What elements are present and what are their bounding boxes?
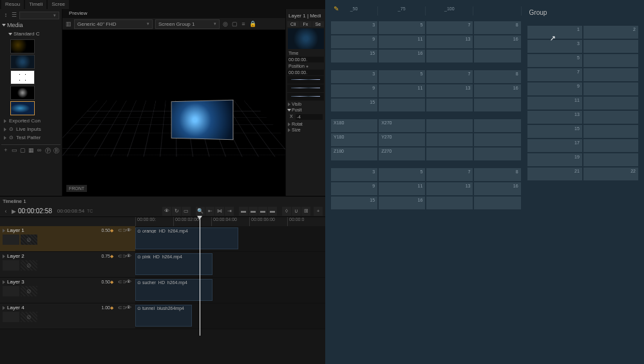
list-icon[interactable]: ≡ xyxy=(240,21,247,27)
layer-thumb[interactable] xyxy=(3,260,19,271)
grid-cell[interactable]: 16 xyxy=(473,182,521,196)
folder-live[interactable]: ⊙Live Inputs xyxy=(1,125,61,133)
layer-track[interactable]: ⊙ sucher_HD_h264.mp4 xyxy=(135,278,325,303)
eye-icon[interactable]: 👁 xyxy=(126,305,133,311)
grid-cell[interactable] xyxy=(378,98,426,112)
group-cell[interactable] xyxy=(583,82,639,96)
grid-cell[interactable] xyxy=(473,49,521,63)
chevron-left-icon[interactable]: ‹ xyxy=(3,208,9,215)
zoom-icon[interactable]: 🔍 xyxy=(196,207,205,216)
p-icon[interactable]: Ⓟ xyxy=(44,147,51,153)
marker1-icon[interactable]: ▬ xyxy=(239,207,248,216)
group-cell[interactable] xyxy=(583,68,639,82)
group-cell[interactable]: 13 xyxy=(527,110,583,124)
sect-rotation[interactable]: Rotat xyxy=(287,121,324,127)
grid-cell[interactable] xyxy=(473,98,521,112)
grid-cell[interactable] xyxy=(426,147,473,161)
layer-opacity[interactable]: 0.50◆ xyxy=(101,280,113,285)
box-icon[interactable]: ▢ xyxy=(231,21,238,27)
grid-cell[interactable]: 3 xyxy=(330,168,378,182)
grid-cell[interactable]: 13 xyxy=(426,35,473,49)
add-layer-icon[interactable]: + xyxy=(314,207,323,216)
layer-thumb[interactable] xyxy=(3,235,19,245)
grid-cell[interactable] xyxy=(426,98,473,112)
screengroup-dropdown[interactable]: Screen Group 1▾ xyxy=(155,19,220,29)
grid-cell[interactable] xyxy=(473,196,521,210)
lock-icon[interactable]: ▭ xyxy=(182,207,191,216)
clip[interactable]: ⊙ tunnel_blush264mp4 xyxy=(135,305,192,327)
x-value[interactable]: -4 xyxy=(296,114,323,120)
grid-cell[interactable] xyxy=(473,119,521,133)
screens-icon[interactable]: ▥ xyxy=(65,21,71,27)
group-cell[interactable]: 2 xyxy=(583,25,639,39)
link-icon[interactable]: ∞ xyxy=(36,147,43,153)
play-icon[interactable]: ▶ xyxy=(10,208,17,215)
folder-icon[interactable]: ▭ xyxy=(11,147,17,153)
layer-head[interactable]: Layer 4 1.00◆ ⊂⊃ 👁 xyxy=(0,303,135,329)
link-icon[interactable]: ⊂⊃ xyxy=(118,253,124,259)
grid-cell[interactable]: 8 xyxy=(473,21,521,35)
link-icon[interactable]: ⊂⊃ xyxy=(118,305,124,311)
layer-thumb[interactable] xyxy=(3,286,19,296)
media-thumb-1[interactable] xyxy=(10,39,35,53)
tab-timeline[interactable]: Timeli xyxy=(25,0,46,9)
grid-cell[interactable]: 8 xyxy=(473,168,521,182)
grid-cell[interactable]: 9 xyxy=(330,84,378,98)
group-cell[interactable] xyxy=(583,96,639,110)
grid-cell[interactable]: 11 xyxy=(378,182,426,196)
resource-filter-dropdown[interactable]: ▾ xyxy=(19,12,59,19)
grid-cell[interactable]: 15 xyxy=(330,196,378,210)
eye-icon[interactable]: 👁 xyxy=(126,253,133,259)
media-header[interactable]: Media xyxy=(1,21,61,30)
insp-tab-fx[interactable]: Fx xyxy=(299,21,311,27)
group-cell[interactable]: 15 xyxy=(527,124,583,139)
grid-cell[interactable]: 16 xyxy=(473,84,521,98)
layer-head[interactable]: Layer 2 0.75◆ ⊂⊃ 👁 xyxy=(0,252,135,277)
grid-cell[interactable] xyxy=(426,196,473,210)
viewport-3d[interactable]: FRONT xyxy=(62,30,285,196)
layer-head[interactable]: Layer 3 0.50◆ ⊂⊃ 👁 xyxy=(0,278,135,303)
group-cell[interactable]: 19 xyxy=(527,153,583,167)
sect-position[interactable]: Posit xyxy=(287,107,324,113)
layer-thumb-empty[interactable] xyxy=(21,286,37,296)
display-dropdown[interactable]: Generic 40" FHD▾ xyxy=(74,19,153,29)
lock-icon[interactable]: 🔒 xyxy=(249,21,256,27)
grid-cell[interactable] xyxy=(426,133,473,147)
eye-icon[interactable]: 👁 xyxy=(126,279,133,285)
grid-cell[interactable]: 7 xyxy=(426,70,473,84)
sect-visibility[interactable]: Visib xyxy=(287,101,324,107)
grid-cell[interactable]: 9 xyxy=(330,35,378,49)
grid-cell[interactable]: 13 xyxy=(426,84,473,98)
grid-icon[interactable]: ▦ xyxy=(28,147,34,153)
grid-cell[interactable]: Y180 xyxy=(330,133,378,147)
group-cell[interactable] xyxy=(583,124,639,139)
target-icon[interactable]: ◎ xyxy=(222,21,229,27)
folder-test[interactable]: ⊙Test Patter xyxy=(1,133,61,142)
marker4-icon[interactable]: ▬ xyxy=(268,207,277,216)
magnet-icon[interactable]: ∪ xyxy=(292,207,301,216)
pencil-icon[interactable]: ✎ xyxy=(323,10,324,20)
layer-thumb-empty[interactable] xyxy=(21,312,37,322)
layer-track[interactable]: ⊙ tunnel_blush264mp4 xyxy=(135,303,325,329)
media-thumb-4[interactable] xyxy=(10,86,35,100)
grid-cell[interactable]: 16 xyxy=(473,35,521,49)
layer-opacity[interactable]: 0.50◆ xyxy=(101,228,113,233)
group-cell[interactable]: 9 xyxy=(527,82,583,96)
grid-cell[interactable]: 7 xyxy=(426,21,473,35)
cut-out-icon[interactable]: ⇥ xyxy=(225,207,234,216)
group-cell[interactable]: 7 xyxy=(527,68,583,82)
media-thumb-2[interactable] xyxy=(10,55,35,69)
marker2-icon[interactable]: ▬ xyxy=(249,207,258,216)
screen-object[interactable] xyxy=(171,100,234,140)
grid-cell[interactable]: 7 xyxy=(426,168,473,182)
eye-icon[interactable]: 👁 xyxy=(126,227,133,233)
grid-cell[interactable]: Z180 xyxy=(330,147,378,161)
group-cell[interactable] xyxy=(583,53,639,68)
folder-exported[interactable]: Exported Con xyxy=(1,117,61,125)
grid-cell[interactable]: 11 xyxy=(378,84,426,98)
grid-cell[interactable] xyxy=(473,133,521,147)
link-icon[interactable]: ⊂⊃ xyxy=(118,279,124,285)
grid-cell[interactable]: 16 xyxy=(378,196,426,210)
link-icon[interactable]: ⊂⊃ xyxy=(118,227,124,233)
group-cell[interactable]: 21 xyxy=(527,167,583,181)
